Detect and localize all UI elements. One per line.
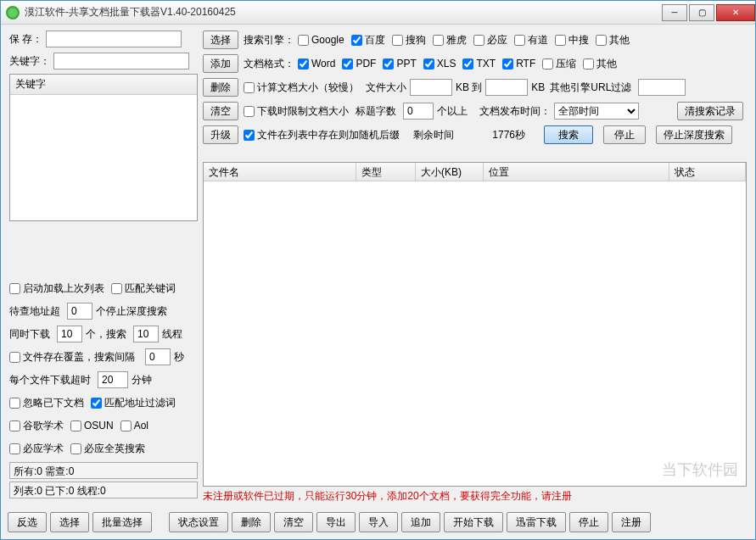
close-button[interactable]: ✕ (716, 4, 755, 21)
format-other[interactable] (583, 58, 594, 70)
select-bottom-button[interactable]: 选择 (50, 512, 89, 532)
timeout-input[interactable] (98, 371, 128, 388)
col-type: 类型 (356, 163, 416, 181)
register-button[interactable]: 注册 (612, 512, 651, 532)
status-list: 列表:0 已下:0 线程:0 (9, 482, 198, 498)
select-button[interactable]: 选择 (203, 31, 238, 49)
keyword-list[interactable]: 关键字 (9, 74, 198, 221)
save-input[interactable] (46, 31, 182, 47)
match-url-filter-checkbox[interactable] (91, 398, 102, 409)
format-word[interactable] (298, 58, 309, 70)
stop-button[interactable]: 停止 (603, 125, 646, 144)
import-button[interactable]: 导入 (359, 512, 398, 532)
engine-baidu[interactable] (351, 35, 362, 46)
pub-time-select[interactable]: 全部时间 (554, 103, 639, 120)
google-scholar-checkbox[interactable] (9, 420, 20, 431)
format-ppt[interactable] (383, 58, 394, 70)
result-table[interactable]: 文件名 类型 大小(KB) 位置 状态 (203, 162, 747, 487)
clear-bottom-button[interactable]: 清空 (274, 512, 313, 532)
upgrade-button[interactable]: 升级 (203, 125, 238, 144)
format-pdf[interactable] (342, 58, 353, 70)
add-button[interactable]: 添加 (203, 54, 238, 73)
format-xls[interactable] (423, 58, 434, 70)
append-button[interactable]: 追加 (401, 512, 440, 532)
keyword-list-header: 关键字 (10, 75, 197, 95)
delete-bottom-button[interactable]: 删除 (232, 512, 271, 532)
title-words-input[interactable] (403, 103, 434, 120)
col-filename: 文件名 (204, 163, 356, 181)
engine-label: 搜索引擎： (244, 33, 294, 47)
search-button[interactable]: 搜索 (544, 125, 593, 144)
ignore-downloaded-checkbox[interactable] (9, 398, 20, 409)
engine-yahoo[interactable] (433, 35, 444, 46)
engine-zhongsou[interactable] (555, 35, 566, 46)
app-icon (6, 6, 20, 19)
stop-bottom-button[interactable]: 停止 (569, 512, 608, 532)
bing-scholar-checkbox[interactable] (9, 443, 20, 454)
overwrite-checkbox[interactable] (9, 352, 20, 363)
xunlei-download-button[interactable]: 迅雷下载 (507, 512, 566, 532)
remain-time: 1776秒 (474, 128, 525, 142)
window-title: 漠江软件-共享文档批量下载器V1.40-20160425 (25, 5, 660, 19)
format-txt[interactable] (462, 58, 473, 70)
stop-deep-button[interactable]: 停止深度搜索 (656, 125, 732, 144)
minimize-button[interactable]: ─ (662, 4, 687, 21)
other-url-input[interactable] (638, 79, 686, 96)
start-download-button[interactable]: 开始下载 (444, 512, 503, 532)
engine-google[interactable] (298, 35, 309, 46)
save-label: 保 存： (9, 32, 42, 47)
size-min-input[interactable] (410, 79, 452, 96)
format-zip[interactable] (542, 58, 553, 70)
invert-select-button[interactable]: 反选 (8, 512, 47, 532)
clear-search-history-button[interactable]: 清搜索记录 (677, 102, 743, 120)
batch-select-button[interactable]: 批量选择 (92, 512, 152, 532)
bing-uk-checkbox[interactable] (70, 443, 81, 454)
titlebar: 漠江软件-共享文档批量下载器V1.40-20160425 ─ ▢ ✕ (1, 1, 755, 25)
col-status: 状态 (669, 163, 746, 181)
col-size: 大小(KB) (416, 163, 484, 181)
engine-other[interactable] (596, 35, 607, 46)
col-location: 位置 (484, 163, 669, 181)
other-url-label: 其他引擎URL过滤 (550, 81, 631, 95)
aol-checkbox[interactable] (120, 420, 132, 431)
export-button[interactable]: 导出 (316, 512, 356, 532)
keyword-input[interactable] (53, 53, 189, 70)
format-label: 文档格式： (244, 57, 294, 71)
size-max-input[interactable] (485, 79, 528, 96)
register-notice: 未注册或软件已过期，只能运行30分钟，添加20个文档，要获得完全功能，请注册 (203, 489, 747, 504)
engine-bing[interactable] (473, 35, 484, 46)
clear-button[interactable]: 清空 (203, 102, 238, 120)
match-keyword-checkbox[interactable] (111, 283, 122, 294)
state-settings-button[interactable]: 状态设置 (169, 512, 228, 532)
osun-checkbox[interactable] (70, 420, 81, 431)
concurrent-dl-input[interactable] (57, 326, 82, 342)
load-last-checkbox[interactable] (9, 283, 20, 294)
keyword-label: 关键字： (9, 54, 50, 69)
delete-button[interactable]: 删除 (203, 78, 238, 97)
interval-input[interactable] (145, 348, 171, 365)
engine-youdao[interactable] (514, 35, 525, 46)
status-all: 所有:0 需查:0 (9, 462, 198, 479)
search-threads-input[interactable] (133, 326, 159, 342)
format-rtf[interactable] (502, 58, 513, 70)
engine-sogou[interactable] (392, 35, 403, 46)
random-suffix-checkbox[interactable] (244, 130, 255, 141)
maximize-button[interactable]: ▢ (689, 4, 714, 21)
calc-size-checkbox[interactable] (244, 82, 255, 93)
pending-input[interactable] (67, 303, 92, 320)
download-limit-checkbox[interactable] (244, 106, 255, 117)
